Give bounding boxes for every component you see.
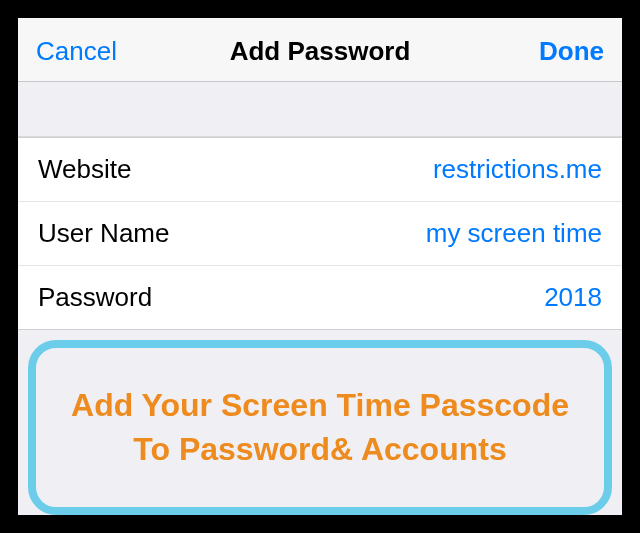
password-input[interactable] <box>172 282 602 313</box>
page-title: Add Password <box>230 36 411 67</box>
section-spacer <box>18 82 622 137</box>
cancel-button[interactable]: Cancel <box>36 36 146 67</box>
website-input[interactable] <box>151 154 602 185</box>
annotation-wrap: Add Your Screen Time Passcode To Passwor… <box>18 330 622 515</box>
website-label: Website <box>38 154 131 185</box>
navigation-bar: Cancel Add Password Done <box>18 18 622 82</box>
password-row[interactable]: Password <box>18 265 622 329</box>
username-label: User Name <box>38 218 169 249</box>
form-group: Website User Name Password <box>18 137 622 330</box>
done-button[interactable]: Done <box>494 36 604 67</box>
username-input[interactable] <box>189 218 602 249</box>
settings-modal: Cancel Add Password Done Website User Na… <box>18 18 622 515</box>
username-row[interactable]: User Name <box>18 201 622 265</box>
website-row[interactable]: Website <box>18 138 622 201</box>
annotation-callout: Add Your Screen Time Passcode To Passwor… <box>28 340 612 515</box>
password-label: Password <box>38 282 152 313</box>
